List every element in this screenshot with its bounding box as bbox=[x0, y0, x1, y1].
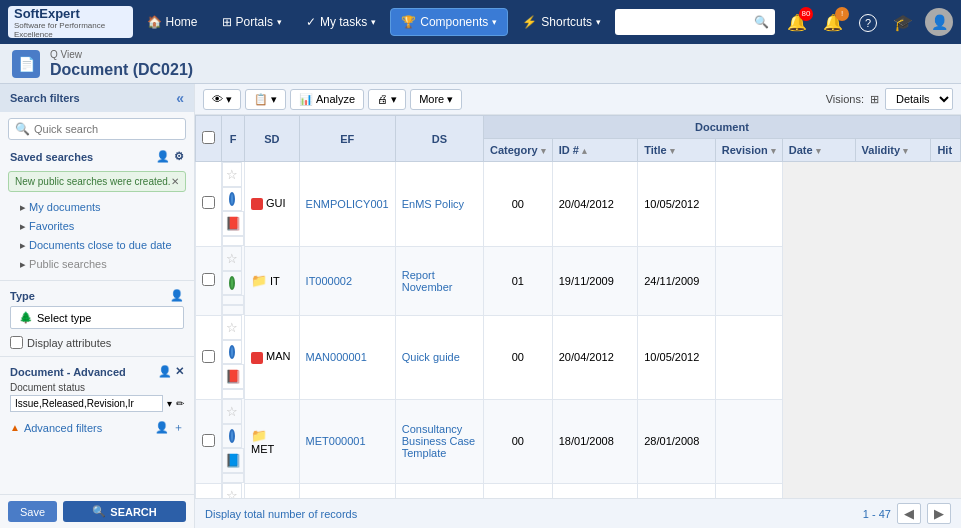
row-checkbox[interactable] bbox=[202, 434, 215, 447]
nav-components-button[interactable]: 🏆 Components ▾ bbox=[390, 8, 508, 36]
graduation-icon: 🎓 bbox=[893, 14, 913, 31]
row-ef-cell: 📕 bbox=[222, 211, 244, 236]
col-header-title[interactable]: Title ▾ bbox=[638, 139, 716, 162]
row-date-cell: 19/11/2009 bbox=[552, 246, 638, 315]
view-button[interactable]: 👁 ▾ bbox=[203, 89, 241, 110]
row-checkbox[interactable] bbox=[202, 273, 215, 286]
nav-shortcuts-button[interactable]: ⚡ Shortcuts ▾ bbox=[512, 9, 611, 35]
total-records-link[interactable]: Display total number of records bbox=[205, 508, 357, 520]
export-caret: ▾ bbox=[271, 93, 277, 106]
notification-box: New public searches were created. ✕ bbox=[8, 171, 186, 192]
main-layout: Search filters « 🔍 Saved searches 👤 ⚙ Ne… bbox=[0, 84, 961, 528]
print-button[interactable]: 🖨 ▾ bbox=[368, 89, 406, 110]
export-button[interactable]: 📋 ▾ bbox=[245, 89, 286, 110]
row-title-link[interactable]: Consultancy Business Case Template bbox=[402, 423, 475, 459]
advanced-filters-row[interactable]: ▲ Advanced filters 👤 ＋ bbox=[0, 416, 194, 439]
visions-select[interactable]: Details bbox=[885, 88, 953, 110]
row-revision-cell: 00 bbox=[483, 399, 552, 483]
row-checkbox[interactable] bbox=[202, 350, 215, 363]
col-group-document: Document bbox=[483, 116, 960, 139]
col-header-id[interactable]: ID # ▴ bbox=[552, 139, 638, 162]
row-title-link[interactable]: Report November bbox=[402, 269, 453, 293]
row-title-link[interactable]: Quick guide bbox=[402, 351, 460, 363]
row-checkbox[interactable] bbox=[202, 196, 215, 209]
row-favorite-cell[interactable]: ☆ bbox=[222, 315, 242, 340]
nav-home-button[interactable]: 🏠 Home bbox=[137, 9, 208, 35]
saved-item-favorites[interactable]: Favorites bbox=[0, 217, 194, 236]
settings-saved-search-icon[interactable]: ⚙ bbox=[174, 150, 184, 163]
analyze-button[interactable]: 📊 Analyze bbox=[290, 89, 364, 110]
row-title-cell: Quick guide bbox=[395, 315, 483, 399]
saved-item-public[interactable]: Public searches bbox=[0, 255, 194, 274]
next-page-button[interactable]: ▶ bbox=[927, 503, 951, 524]
user-avatar[interactable]: 👤 bbox=[925, 8, 953, 36]
portals-caret-icon: ▾ bbox=[277, 17, 282, 27]
row-hit-cell bbox=[715, 162, 782, 247]
notification-close-button[interactable]: ✕ bbox=[171, 176, 179, 187]
table-row: ☆📕GUIENMPOLICY001EnMS Policy0020/04/2012… bbox=[196, 162, 961, 247]
select-all-checkbox[interactable] bbox=[202, 131, 215, 144]
nav-mytasks-button[interactable]: ✓ My tasks ▾ bbox=[296, 9, 386, 35]
advanced-filter-plus-icon[interactable]: ＋ bbox=[173, 420, 184, 435]
row-favorite-cell[interactable]: ☆ bbox=[222, 162, 242, 187]
global-search-box[interactable]: 🔍 bbox=[615, 9, 775, 35]
select-type-button[interactable]: 🌲 Select type bbox=[10, 306, 184, 329]
quick-search-box[interactable]: 🔍 bbox=[8, 118, 186, 140]
star-empty-icon[interactable]: ☆ bbox=[226, 167, 238, 182]
star-empty-icon[interactable]: ☆ bbox=[226, 320, 238, 335]
notification1-button[interactable]: 🔔 80 bbox=[783, 9, 811, 36]
row-id-link[interactable]: ENMPOLICY001 bbox=[306, 198, 389, 210]
graduation-button[interactable]: 🎓 bbox=[889, 9, 917, 36]
help-button[interactable]: ? bbox=[855, 9, 881, 36]
search-button[interactable]: 🔍 SEARCH bbox=[63, 501, 186, 522]
star-empty-icon[interactable]: ☆ bbox=[226, 488, 238, 498]
title-info: Q View Document (DC021) bbox=[50, 49, 193, 79]
advanced-filter-add-icon[interactable]: 👤 bbox=[155, 421, 169, 434]
quick-search-input[interactable] bbox=[34, 123, 179, 135]
doc-status-clear-icon[interactable]: ✏ bbox=[176, 398, 184, 409]
row-id-link[interactable]: IT000002 bbox=[306, 275, 352, 287]
type-add-icon[interactable]: 👤 bbox=[170, 289, 184, 302]
row-id-cell: IT000002 bbox=[299, 246, 395, 315]
category-label: MAN bbox=[266, 350, 290, 362]
row-checkbox-cell[interactable] bbox=[196, 483, 222, 498]
row-checkbox-cell[interactable] bbox=[196, 246, 222, 315]
row-id-link[interactable]: MET000001 bbox=[306, 435, 366, 447]
doc-advanced-add-icon[interactable]: 👤 bbox=[158, 365, 172, 378]
status-green-icon bbox=[229, 276, 235, 290]
row-title-link[interactable]: EnMS Policy bbox=[402, 198, 464, 210]
global-search-input[interactable] bbox=[621, 16, 754, 28]
star-empty-icon[interactable]: ☆ bbox=[226, 404, 238, 419]
save-button[interactable]: Save bbox=[8, 501, 57, 522]
saved-item-my-documents[interactable]: My documents bbox=[0, 198, 194, 217]
col-header-revision[interactable]: Revision ▾ bbox=[715, 139, 782, 162]
nav-portals-button[interactable]: ⊞ Portals ▾ bbox=[212, 9, 292, 35]
row-checkbox-cell[interactable] bbox=[196, 399, 222, 483]
doc-status-input[interactable] bbox=[10, 395, 163, 412]
doc-status-dropdown-icon[interactable]: ▾ bbox=[167, 398, 172, 409]
col-header-date[interactable]: Date ▾ bbox=[782, 139, 855, 162]
col-header-validity[interactable]: Validity ▾ bbox=[855, 139, 931, 162]
row-checkbox-cell[interactable] bbox=[196, 162, 222, 247]
mytasks-icon: ✓ bbox=[306, 15, 316, 29]
star-empty-icon[interactable]: ☆ bbox=[226, 251, 238, 266]
doc-status-row: ▾ ✏ bbox=[10, 395, 184, 412]
more-button[interactable]: More ▾ bbox=[410, 89, 462, 110]
row-category-cell: 📁MET bbox=[245, 483, 300, 498]
row-category-cell: 📁IT bbox=[245, 246, 300, 315]
row-title-cell: Report November bbox=[395, 246, 483, 315]
sidebar-collapse-button[interactable]: « bbox=[176, 90, 184, 106]
doc-advanced-close-icon[interactable]: ✕ bbox=[175, 365, 184, 378]
display-attributes-checkbox[interactable] bbox=[10, 336, 23, 349]
row-favorite-cell[interactable]: ☆ bbox=[222, 399, 242, 424]
prev-page-button[interactable]: ◀ bbox=[897, 503, 921, 524]
notification2-button[interactable]: 🔔 ! bbox=[819, 9, 847, 36]
col-header-category[interactable]: Category ▾ bbox=[483, 139, 552, 162]
row-id-link[interactable]: MAN000001 bbox=[306, 351, 367, 363]
mytasks-caret-icon: ▾ bbox=[371, 17, 376, 27]
row-checkbox-cell[interactable] bbox=[196, 315, 222, 399]
add-saved-search-icon[interactable]: 👤 bbox=[156, 150, 170, 163]
row-favorite-cell[interactable]: ☆ bbox=[222, 483, 242, 498]
row-favorite-cell[interactable]: ☆ bbox=[222, 246, 242, 271]
saved-item-due-date[interactable]: Documents close to due date bbox=[0, 236, 194, 255]
